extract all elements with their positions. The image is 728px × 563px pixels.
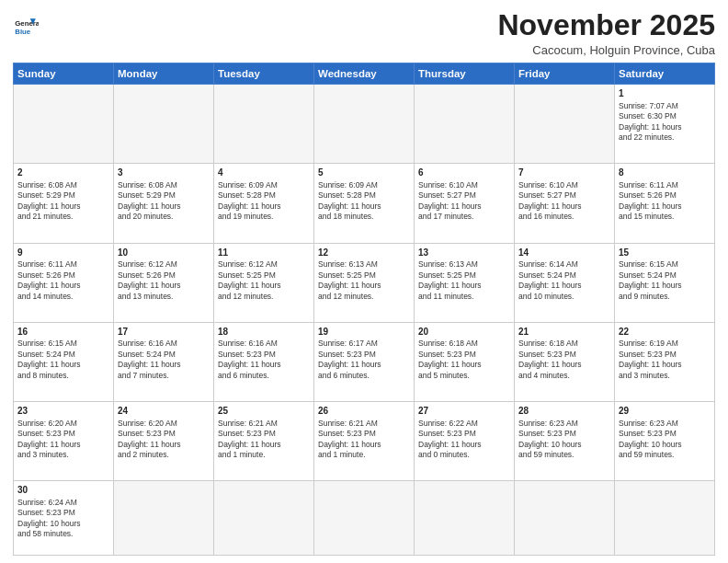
- logo-icon: General Blue: [13, 13, 39, 39]
- day-info: and 12 minutes.: [318, 292, 410, 302]
- calendar-cell: [415, 85, 515, 164]
- day-info: and 21 minutes.: [17, 212, 109, 222]
- calendar-cell: 19Sunrise: 6:17 AMSunset: 5:23 PMDayligh…: [314, 322, 415, 401]
- calendar-cell: [314, 85, 415, 164]
- day-number: 10: [118, 247, 210, 259]
- day-info: and 14 minutes.: [17, 292, 109, 302]
- day-info: Sunset: 5:23 PM: [17, 429, 109, 439]
- day-number: 4: [218, 167, 310, 179]
- weekday-header-friday: Friday: [515, 63, 615, 85]
- calendar-week-6: 30Sunrise: 6:24 AMSunset: 5:23 PMDayligh…: [14, 481, 715, 556]
- day-info: Sunset: 5:26 PM: [619, 190, 711, 201]
- weekday-header-saturday: Saturday: [615, 63, 715, 85]
- day-info: Sunset: 5:25 PM: [418, 270, 510, 281]
- day-number: 29: [619, 405, 711, 418]
- day-info: Sunset: 5:23 PM: [518, 350, 610, 360]
- day-info: and 1 minute.: [218, 450, 310, 460]
- day-info: Sunrise: 6:12 AM: [118, 259, 210, 270]
- calendar-cell: [114, 481, 214, 556]
- day-info: Sunrise: 6:15 AM: [17, 339, 109, 349]
- svg-text:General: General: [15, 19, 39, 28]
- day-info: and 6 minutes.: [318, 371, 410, 381]
- calendar-cell: 8Sunrise: 6:11 AMSunset: 5:26 PMDaylight…: [615, 164, 715, 243]
- day-number: 14: [518, 247, 610, 259]
- day-number: 2: [17, 167, 109, 179]
- calendar-cell: [114, 85, 214, 164]
- calendar-cell: 22Sunrise: 6:19 AMSunset: 5:23 PMDayligh…: [615, 322, 715, 401]
- day-info: Daylight: 11 hours: [118, 201, 210, 212]
- day-info: and 12 minutes.: [218, 292, 310, 302]
- day-info: Daylight: 11 hours: [418, 360, 510, 370]
- day-info: and 15 minutes.: [619, 212, 711, 222]
- day-info: Sunset: 5:23 PM: [619, 429, 711, 439]
- calendar-cell: [515, 481, 615, 556]
- day-info: Sunset: 5:25 PM: [218, 270, 310, 281]
- calendar-cell: 11Sunrise: 6:12 AMSunset: 5:25 PMDayligh…: [214, 243, 314, 322]
- day-info: Sunset: 5:24 PM: [619, 270, 711, 281]
- day-info: Daylight: 11 hours: [418, 440, 510, 450]
- day-info: and 5 minutes.: [418, 371, 510, 381]
- calendar-cell: [314, 481, 415, 556]
- weekday-header-sunday: Sunday: [14, 63, 114, 85]
- calendar-cell: 27Sunrise: 6:22 AMSunset: 5:23 PMDayligh…: [415, 402, 515, 481]
- calendar-cell: 2Sunrise: 6:08 AMSunset: 5:29 PMDaylight…: [14, 164, 114, 243]
- day-number: 28: [518, 405, 610, 418]
- day-info: Sunrise: 6:18 AM: [418, 339, 510, 349]
- day-info: Daylight: 10 hours: [518, 440, 610, 450]
- day-info: and 0 minutes.: [418, 450, 510, 460]
- day-info: Sunrise: 6:16 AM: [118, 339, 210, 349]
- day-info: Sunset: 6:30 PM: [619, 111, 711, 121]
- day-info: Sunrise: 6:09 AM: [318, 180, 410, 190]
- calendar-cell: [615, 481, 715, 556]
- day-info: Sunrise: 6:11 AM: [619, 180, 711, 190]
- day-info: Daylight: 11 hours: [218, 440, 310, 450]
- calendar-cell: 13Sunrise: 6:13 AMSunset: 5:25 PMDayligh…: [415, 243, 515, 322]
- day-info: Daylight: 11 hours: [318, 360, 410, 370]
- header: General Blue November 2025 Cacocum, Holg…: [13, 9, 715, 57]
- day-info: and 11 minutes.: [418, 292, 510, 302]
- day-info: Daylight: 11 hours: [17, 440, 109, 450]
- day-info: Sunset: 5:26 PM: [118, 270, 210, 281]
- day-info: Sunrise: 6:09 AM: [218, 180, 310, 190]
- svg-text:Blue: Blue: [15, 28, 31, 36]
- day-number: 15: [619, 247, 711, 259]
- day-info: Sunrise: 6:08 AM: [17, 180, 109, 190]
- day-info: Sunrise: 6:11 AM: [17, 259, 109, 270]
- day-info: and 9 minutes.: [619, 292, 711, 302]
- calendar-cell: 17Sunrise: 6:16 AMSunset: 5:24 PMDayligh…: [114, 322, 214, 401]
- day-number: 12: [318, 247, 410, 259]
- day-info: and 13 minutes.: [118, 292, 210, 302]
- calendar-cell: 1Sunrise: 7:07 AMSunset: 6:30 PMDaylight…: [615, 85, 715, 164]
- day-number: 11: [218, 247, 310, 259]
- day-info: Sunset: 5:23 PM: [17, 508, 109, 518]
- day-info: Sunrise: 6:10 AM: [418, 180, 510, 190]
- day-info: Sunset: 5:23 PM: [418, 429, 510, 439]
- calendar-week-5: 23Sunrise: 6:20 AMSunset: 5:23 PMDayligh…: [14, 402, 715, 481]
- calendar-cell: [14, 85, 114, 164]
- calendar-week-2: 2Sunrise: 6:08 AMSunset: 5:29 PMDaylight…: [14, 164, 715, 243]
- calendar-cell: 14Sunrise: 6:14 AMSunset: 5:24 PMDayligh…: [515, 243, 615, 322]
- calendar-cell: [415, 481, 515, 556]
- weekday-header-thursday: Thursday: [415, 63, 515, 85]
- day-info: Daylight: 11 hours: [418, 281, 510, 291]
- day-info: Sunset: 5:28 PM: [318, 190, 410, 201]
- calendar-cell: 7Sunrise: 6:10 AMSunset: 5:27 PMDaylight…: [515, 164, 615, 243]
- day-info: Sunset: 5:23 PM: [619, 350, 711, 360]
- calendar-cell: 29Sunrise: 6:23 AMSunset: 5:23 PMDayligh…: [615, 402, 715, 481]
- calendar-week-3: 9Sunrise: 6:11 AMSunset: 5:26 PMDaylight…: [14, 243, 715, 322]
- location: Cacocum, Holguin Province, Cuba: [497, 43, 715, 57]
- calendar-cell: [214, 481, 314, 556]
- calendar-cell: 10Sunrise: 6:12 AMSunset: 5:26 PMDayligh…: [114, 243, 214, 322]
- day-info: Sunrise: 6:21 AM: [318, 419, 410, 429]
- day-info: Sunrise: 6:17 AM: [318, 339, 410, 349]
- day-number: 27: [418, 405, 510, 418]
- day-info: and 18 minutes.: [318, 212, 410, 222]
- day-info: and 59 minutes.: [518, 450, 610, 460]
- day-info: Daylight: 11 hours: [118, 360, 210, 370]
- calendar-cell: [214, 85, 314, 164]
- calendar-cell: 21Sunrise: 6:18 AMSunset: 5:23 PMDayligh…: [515, 322, 615, 401]
- day-info: Sunrise: 6:23 AM: [518, 419, 610, 429]
- calendar-table: SundayMondayTuesdayWednesdayThursdayFrid…: [13, 63, 715, 556]
- calendar-cell: 28Sunrise: 6:23 AMSunset: 5:23 PMDayligh…: [515, 402, 615, 481]
- day-info: Daylight: 11 hours: [118, 440, 210, 450]
